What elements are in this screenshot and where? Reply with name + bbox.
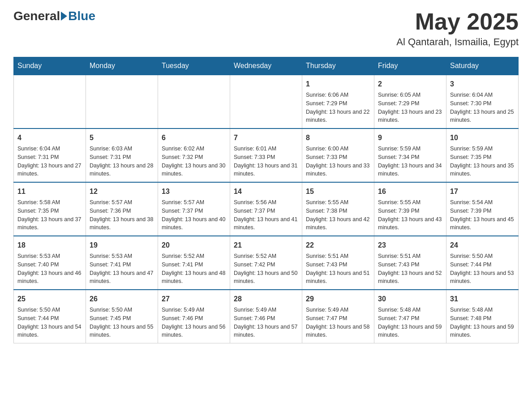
day-info: Sunrise: 5:57 AMSunset: 7:37 PMDaylight:…	[162, 198, 226, 232]
weekday-header-tuesday: Tuesday	[158, 57, 230, 75]
calendar-cell: 3Sunrise: 6:04 AMSunset: 7:30 PMDaylight…	[446, 75, 519, 128]
calendar-cell: 19Sunrise: 5:53 AMSunset: 7:41 PMDayligh…	[86, 236, 158, 290]
day-number: 9	[378, 133, 442, 143]
day-info: Sunrise: 6:06 AMSunset: 7:29 PMDaylight:…	[306, 91, 370, 124]
day-number: 17	[450, 186, 515, 197]
location-title: Al Qantarah, Ismailia, Egypt	[396, 36, 519, 48]
day-number: 13	[162, 186, 226, 197]
calendar-week-row: 11Sunrise: 5:58 AMSunset: 7:35 PMDayligh…	[14, 182, 519, 236]
day-number: 19	[90, 240, 154, 251]
calendar-cell	[14, 75, 86, 128]
day-number: 4	[17, 133, 82, 143]
calendar-week-row: 4Sunrise: 6:04 AMSunset: 7:31 PMDaylight…	[14, 128, 519, 182]
calendar-cell: 8Sunrise: 6:00 AMSunset: 7:33 PMDaylight…	[302, 128, 374, 182]
calendar-cell	[158, 75, 230, 128]
calendar-cell: 5Sunrise: 6:03 AMSunset: 7:31 PMDaylight…	[86, 128, 158, 182]
day-info: Sunrise: 5:55 AMSunset: 7:39 PMDaylight:…	[378, 198, 442, 232]
calendar-cell	[86, 75, 158, 128]
calendar-cell: 16Sunrise: 5:55 AMSunset: 7:39 PMDayligh…	[374, 182, 446, 236]
day-number: 2	[378, 79, 442, 90]
calendar-cell: 13Sunrise: 5:57 AMSunset: 7:37 PMDayligh…	[158, 182, 230, 236]
logo-blue-text: Blue	[68, 9, 95, 23]
calendar-cell	[230, 75, 302, 128]
calendar-cell: 2Sunrise: 6:05 AMSunset: 7:29 PMDaylight…	[374, 75, 446, 128]
day-info: Sunrise: 6:03 AMSunset: 7:31 PMDaylight:…	[90, 145, 154, 178]
day-info: Sunrise: 5:55 AMSunset: 7:38 PMDaylight:…	[306, 198, 370, 232]
day-info: Sunrise: 6:01 AMSunset: 7:33 PMDaylight:…	[234, 145, 298, 178]
day-number: 16	[378, 186, 442, 197]
day-number: 15	[306, 186, 370, 197]
day-number: 22	[306, 240, 370, 251]
day-number: 14	[234, 186, 298, 197]
calendar-cell: 27Sunrise: 5:49 AMSunset: 7:46 PMDayligh…	[158, 290, 230, 343]
day-info: Sunrise: 5:59 AMSunset: 7:34 PMDaylight:…	[378, 145, 442, 178]
day-info: Sunrise: 5:49 AMSunset: 7:46 PMDaylight:…	[162, 306, 226, 339]
day-info: Sunrise: 5:51 AMSunset: 7:43 PMDaylight:…	[378, 252, 442, 286]
day-number: 28	[234, 294, 298, 304]
day-info: Sunrise: 5:48 AMSunset: 7:48 PMDaylight:…	[450, 306, 515, 339]
day-number: 7	[234, 133, 298, 143]
day-number: 30	[378, 294, 442, 304]
day-number: 20	[162, 240, 226, 251]
logo-general-text: General	[13, 9, 60, 23]
day-info: Sunrise: 5:57 AMSunset: 7:36 PMDaylight:…	[90, 198, 154, 232]
day-info: Sunrise: 5:58 AMSunset: 7:35 PMDaylight:…	[17, 198, 82, 232]
day-number: 25	[17, 294, 82, 304]
day-number: 26	[90, 294, 154, 304]
month-title: May 2025	[396, 9, 519, 34]
calendar-cell: 25Sunrise: 5:50 AMSunset: 7:44 PMDayligh…	[14, 290, 86, 343]
calendar-cell: 29Sunrise: 5:49 AMSunset: 7:47 PMDayligh…	[302, 290, 374, 343]
day-info: Sunrise: 6:00 AMSunset: 7:33 PMDaylight:…	[306, 145, 370, 178]
day-number: 8	[306, 133, 370, 143]
day-info: Sunrise: 5:49 AMSunset: 7:47 PMDaylight:…	[306, 306, 370, 339]
day-info: Sunrise: 5:54 AMSunset: 7:39 PMDaylight:…	[450, 198, 515, 232]
calendar-cell: 9Sunrise: 5:59 AMSunset: 7:34 PMDaylight…	[374, 128, 446, 182]
day-number: 1	[306, 79, 370, 90]
calendar-cell: 20Sunrise: 5:52 AMSunset: 7:41 PMDayligh…	[158, 236, 230, 290]
day-info: Sunrise: 5:56 AMSunset: 7:37 PMDaylight:…	[234, 198, 298, 232]
day-info: Sunrise: 6:04 AMSunset: 7:30 PMDaylight:…	[450, 91, 515, 124]
day-number: 27	[162, 294, 226, 304]
weekday-header-saturday: Saturday	[446, 57, 519, 75]
day-info: Sunrise: 5:59 AMSunset: 7:35 PMDaylight:…	[450, 145, 515, 178]
calendar-cell: 24Sunrise: 5:50 AMSunset: 7:44 PMDayligh…	[446, 236, 519, 290]
calendar-week-row: 1Sunrise: 6:06 AMSunset: 7:29 PMDaylight…	[14, 75, 519, 128]
calendar-cell: 28Sunrise: 5:49 AMSunset: 7:46 PMDayligh…	[230, 290, 302, 343]
calendar-header-row: SundayMondayTuesdayWednesdayThursdayFrid…	[14, 57, 519, 75]
logo-arrow-icon	[61, 12, 67, 21]
day-number: 21	[234, 240, 298, 251]
calendar-cell: 10Sunrise: 5:59 AMSunset: 7:35 PMDayligh…	[446, 128, 519, 182]
calendar-table: SundayMondayTuesdayWednesdayThursdayFrid…	[13, 57, 519, 343]
day-number: 31	[450, 294, 515, 304]
logo: General Blue	[13, 9, 95, 23]
day-number: 3	[450, 79, 515, 90]
calendar-cell: 11Sunrise: 5:58 AMSunset: 7:35 PMDayligh…	[14, 182, 86, 236]
day-number: 6	[162, 133, 226, 143]
day-info: Sunrise: 5:52 AMSunset: 7:42 PMDaylight:…	[234, 252, 298, 286]
calendar-cell: 15Sunrise: 5:55 AMSunset: 7:38 PMDayligh…	[302, 182, 374, 236]
calendar-week-row: 25Sunrise: 5:50 AMSunset: 7:44 PMDayligh…	[14, 290, 519, 343]
weekday-header-friday: Friday	[374, 57, 446, 75]
weekday-header-thursday: Thursday	[302, 57, 374, 75]
calendar-cell: 22Sunrise: 5:51 AMSunset: 7:43 PMDayligh…	[302, 236, 374, 290]
day-number: 24	[450, 240, 515, 251]
weekday-header-wednesday: Wednesday	[230, 57, 302, 75]
day-number: 11	[17, 186, 82, 197]
calendar-cell: 18Sunrise: 5:53 AMSunset: 7:40 PMDayligh…	[14, 236, 86, 290]
calendar-cell: 21Sunrise: 5:52 AMSunset: 7:42 PMDayligh…	[230, 236, 302, 290]
day-info: Sunrise: 6:05 AMSunset: 7:29 PMDaylight:…	[378, 91, 442, 124]
day-number: 18	[17, 240, 82, 251]
day-number: 10	[450, 133, 515, 143]
calendar-cell: 30Sunrise: 5:48 AMSunset: 7:47 PMDayligh…	[374, 290, 446, 343]
calendar-cell: 6Sunrise: 6:02 AMSunset: 7:32 PMDaylight…	[158, 128, 230, 182]
day-info: Sunrise: 5:53 AMSunset: 7:41 PMDaylight:…	[90, 252, 154, 286]
calendar-cell: 7Sunrise: 6:01 AMSunset: 7:33 PMDaylight…	[230, 128, 302, 182]
calendar-cell: 17Sunrise: 5:54 AMSunset: 7:39 PMDayligh…	[446, 182, 519, 236]
day-info: Sunrise: 5:50 AMSunset: 7:45 PMDaylight:…	[90, 306, 154, 339]
calendar-cell: 12Sunrise: 5:57 AMSunset: 7:36 PMDayligh…	[86, 182, 158, 236]
calendar-cell: 1Sunrise: 6:06 AMSunset: 7:29 PMDaylight…	[302, 75, 374, 128]
day-info: Sunrise: 5:50 AMSunset: 7:44 PMDaylight:…	[17, 306, 82, 339]
calendar-cell: 31Sunrise: 5:48 AMSunset: 7:48 PMDayligh…	[446, 290, 519, 343]
day-number: 29	[306, 294, 370, 304]
page-header: General Blue May 2025 Al Qantarah, Ismai…	[13, 9, 519, 48]
